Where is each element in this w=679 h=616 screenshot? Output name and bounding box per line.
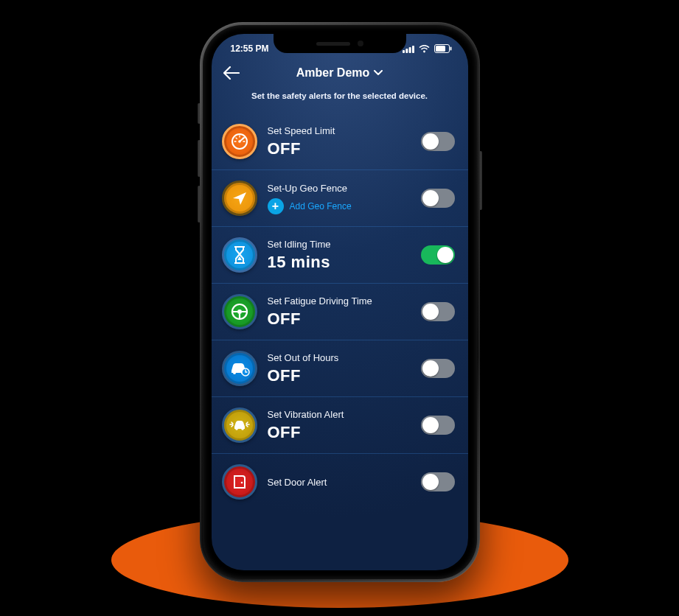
- alert-label: Set-Up Geo Fence: [268, 183, 411, 194]
- svg-point-16: [241, 427, 244, 430]
- alert-value: OFF: [268, 366, 411, 385]
- device-name: Amber Demo: [296, 66, 370, 80]
- alert-row-geo-fence[interactable]: Set-Up Geo Fence + Add Geo Fence: [212, 170, 468, 227]
- svg-point-9: [238, 140, 241, 143]
- phone-frame: 12:55 PM Amber Demo: [200, 22, 480, 582]
- alert-row-door[interactable]: Set Door Alert: [212, 454, 468, 510]
- alert-list: Set Speed Limit OFF Set-Up Geo Fence +: [212, 113, 468, 570]
- alert-row-speed-limit[interactable]: Set Speed Limit OFF: [212, 113, 468, 170]
- door-icon: [222, 464, 257, 500]
- svg-rect-2: [408, 47, 411, 53]
- vibration-icon: [222, 407, 257, 443]
- svg-rect-1: [405, 49, 408, 53]
- header: Amber Demo: [212, 59, 468, 84]
- svg-rect-7: [436, 46, 445, 52]
- svg-point-4: [423, 50, 425, 52]
- steering-wheel-icon: [222, 294, 257, 329]
- alert-row-fatigue[interactable]: Set Fatigue Driving Time OFF: [212, 284, 468, 340]
- alert-label: Set Fatigue Driving Time: [268, 295, 411, 307]
- plus-icon: +: [268, 198, 284, 214]
- car-clock-icon: [222, 351, 257, 386]
- toggle-idling[interactable]: [421, 245, 455, 265]
- add-geo-fence-button[interactable]: + Add Geo Fence: [268, 198, 411, 214]
- screen: 12:55 PM Amber Demo: [212, 34, 468, 570]
- toggle-vibration[interactable]: [421, 416, 455, 435]
- svg-rect-6: [450, 47, 451, 51]
- svg-point-12: [233, 371, 236, 374]
- alert-label: Set Vibration Alert: [268, 409, 411, 420]
- svg-point-11: [237, 309, 242, 314]
- alert-row-idling[interactable]: Set Idling Time 15 mins: [212, 227, 468, 284]
- nav-arrow-icon: [222, 181, 257, 216]
- toggle-speed-limit[interactable]: [421, 132, 455, 151]
- alert-value: 15 mins: [268, 253, 411, 272]
- toggle-geo-fence[interactable]: [421, 189, 455, 208]
- svg-point-17: [240, 482, 243, 484]
- wifi-icon: [419, 45, 430, 53]
- svg-rect-3: [412, 46, 414, 53]
- alert-row-vibration[interactable]: Set Vibration Alert OFF: [212, 397, 468, 454]
- action-label: Add Geo Fence: [290, 201, 352, 211]
- battery-icon: [434, 44, 452, 53]
- svg-rect-0: [403, 50, 405, 53]
- alert-label: Set Speed Limit: [268, 125, 411, 136]
- chevron-down-icon: [374, 70, 383, 76]
- toggle-fatigue[interactable]: [421, 302, 455, 321]
- toggle-door[interactable]: [421, 472, 455, 491]
- svg-point-15: [235, 427, 238, 430]
- status-time: 12:55 PM: [231, 43, 269, 54]
- alert-value: OFF: [268, 423, 411, 442]
- alert-label: Set Idling Time: [268, 239, 411, 250]
- alert-value: OFF: [268, 139, 411, 158]
- alert-label: Set Door Alert: [268, 477, 411, 488]
- back-button[interactable]: [222, 66, 241, 80]
- alert-label: Set Out of Hours: [268, 352, 411, 363]
- toggle-out-of-hours[interactable]: [421, 359, 455, 378]
- alert-row-out-of-hours[interactable]: Set Out of Hours OFF: [212, 340, 468, 397]
- page-subtitle: Set the safety alerts for the selected d…: [212, 84, 468, 113]
- alert-value: OFF: [268, 309, 411, 329]
- notch: [274, 34, 406, 53]
- speedometer-icon: [222, 124, 257, 159]
- device-selector[interactable]: Amber Demo: [241, 66, 439, 80]
- hourglass-icon: [222, 237, 257, 273]
